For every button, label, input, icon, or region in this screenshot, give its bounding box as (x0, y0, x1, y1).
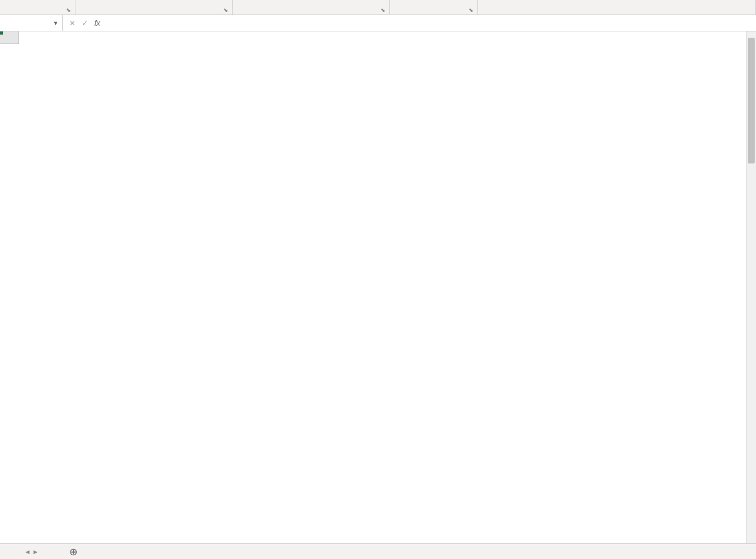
tab-nav[interactable]: ◄ ► (0, 548, 63, 555)
scrollbar-thumb[interactable] (748, 38, 755, 163)
ribbon-group-number: ⬊ (390, 0, 478, 14)
dialog-launcher-icon[interactable]: ⬊ (66, 7, 72, 13)
formula-bar-row: ▼ ✕ ✓ fx (0, 15, 756, 31)
ribbon-group-styles (478, 0, 756, 14)
spreadsheet-grid[interactable] (0, 31, 756, 543)
select-all-corner[interactable] (0, 31, 19, 44)
cancel-icon[interactable]: ✕ (69, 19, 75, 28)
sheet-tab-bar: ◄ ► ⊕ (0, 543, 756, 559)
formula-bar[interactable] (106, 15, 756, 31)
name-box[interactable]: ▼ (0, 15, 63, 31)
dialog-launcher-icon[interactable]: ⬊ (469, 7, 475, 13)
vertical-scrollbar[interactable] (746, 31, 756, 543)
ribbon-group-alignment: ⬊ (233, 0, 390, 14)
fx-icon[interactable]: fx (94, 19, 100, 28)
accept-icon[interactable]: ✓ (82, 19, 88, 28)
dialog-launcher-icon[interactable]: ⬊ (381, 7, 387, 13)
chevron-down-icon[interactable]: ▼ (53, 20, 58, 26)
add-sheet-button[interactable]: ⊕ (63, 546, 84, 558)
dialog-launcher-icon[interactable]: ⬊ (223, 7, 230, 13)
ribbon-group-font: ⬊ (75, 0, 233, 14)
ribbon-group-clipboard: ⬊ (0, 0, 75, 14)
formula-controls: ✕ ✓ fx (63, 19, 106, 28)
ribbon-group-labels: ⬊ ⬊ ⬊ ⬊ (0, 0, 756, 15)
